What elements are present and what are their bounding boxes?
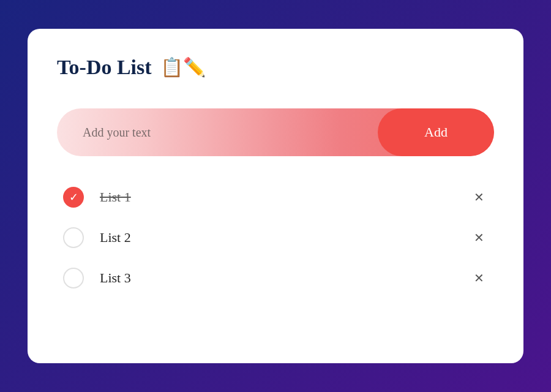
notepad-icon: 📋✏️ [160, 58, 206, 77]
delete-button[interactable]: ✕ [470, 228, 488, 247]
todo-card: To-Do List 📋✏️ Add ✓ List 1 ✕ List 2 ✕ L… [28, 29, 523, 363]
todo-list: ✓ List 1 ✕ List 2 ✕ List 3 ✕ [57, 187, 494, 288]
list-item: ✓ List 1 ✕ [63, 187, 488, 208]
item-label: List 3 [100, 270, 454, 286]
close-icon: ✕ [474, 271, 484, 285]
delete-button[interactable]: ✕ [470, 187, 488, 207]
add-button[interactable]: Add [378, 108, 494, 156]
item-label: List 2 [100, 230, 454, 246]
checkbox-checked[interactable]: ✓ [63, 187, 84, 208]
checkbox-unchecked[interactable] [63, 227, 84, 248]
list-item: List 3 ✕ [63, 268, 488, 288]
list-item: List 2 ✕ [63, 227, 488, 248]
close-icon: ✕ [474, 231, 484, 244]
input-row: Add [57, 108, 494, 156]
checkbox-unchecked[interactable] [63, 268, 84, 288]
task-input[interactable] [57, 126, 378, 140]
title-row: To-Do List 📋✏️ [57, 56, 494, 79]
item-label: List 1 [100, 189, 454, 205]
check-icon: ✓ [69, 192, 78, 203]
close-icon: ✕ [474, 190, 484, 204]
delete-button[interactable]: ✕ [470, 268, 488, 288]
page-title: To-Do List [57, 56, 152, 79]
